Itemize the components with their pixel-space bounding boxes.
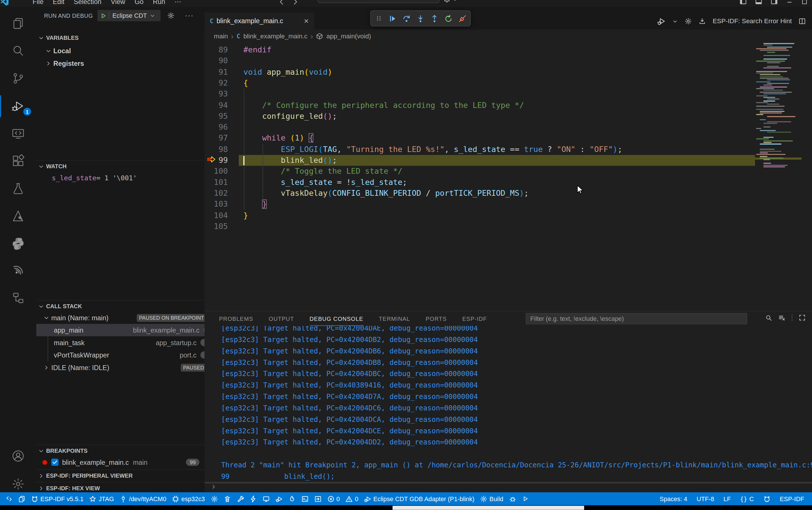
status-files[interactable] xyxy=(16,495,28,502)
esp-idf-hint[interactable]: ESP-IDF: Search Error Hint xyxy=(713,18,792,25)
activity-item-accounts[interactable] xyxy=(0,444,36,469)
watch-expression[interactable]: s_led_state = 1 '\001' xyxy=(36,171,205,184)
menu-selection[interactable]: Selection xyxy=(69,0,106,5)
menu-view[interactable]: View xyxy=(106,0,130,5)
split-editor-icon[interactable] xyxy=(799,18,806,25)
breadcrumb-item[interactable]: main xyxy=(214,33,228,40)
minimap[interactable] xyxy=(755,43,802,198)
activity-item-python[interactable] xyxy=(0,231,36,256)
section-header-watch[interactable]: WATCH xyxy=(36,160,205,172)
go-forward-icon[interactable] xyxy=(292,0,299,5)
layout-sidebar-left-icon[interactable] xyxy=(740,0,747,5)
more-actions-icon[interactable]: ··· xyxy=(185,11,193,20)
activity-item-remote-explorer[interactable] xyxy=(0,121,36,146)
menu-file[interactable]: File xyxy=(28,0,48,5)
debug-run-icon[interactable] xyxy=(657,17,666,26)
activity-item-search[interactable] xyxy=(0,38,36,63)
section-header-variables[interactable]: VARIABLES xyxy=(36,32,205,44)
debug-console[interactable]: [esp32c3] Target halted, PC=0x42004DAE, … xyxy=(205,326,812,493)
activity-item-run-and-debug[interactable]: 1 xyxy=(0,94,36,119)
status-run[interactable] xyxy=(519,495,532,502)
restart-button[interactable] xyxy=(444,14,452,23)
status-esp-idf-version[interactable]: ESP-IDF v5.5.1 xyxy=(29,495,86,502)
breakpoint-checkbox[interactable] xyxy=(51,458,58,465)
menu-edit[interactable]: Edit xyxy=(48,0,69,5)
activity-item-extensions[interactable] xyxy=(0,149,36,174)
breadcrumb-item[interactable]: app_main(void) xyxy=(326,33,371,40)
status-bolt[interactable] xyxy=(247,495,259,502)
activity-item-explorer[interactable] xyxy=(0,11,36,36)
thread-idle[interactable]: IDLE (Name: IDLE)PAUSED xyxy=(36,361,205,373)
activity-item-testing[interactable] xyxy=(0,176,36,201)
disconnect-button[interactable] xyxy=(458,14,466,23)
activity-item-esp-idf-explorer[interactable] xyxy=(0,258,36,283)
panel-tab-terminal[interactable]: TERMINAL xyxy=(379,311,410,326)
tab-blink-example-main[interactable]: C blink_example_main.c xyxy=(205,12,314,29)
section-header-esp-idf-peripheral-viewer[interactable]: ESP-IDF: PERIPHERAL VIEWER xyxy=(36,470,205,481)
step-over-button[interactable] xyxy=(402,14,411,23)
panel-tab-esp-idf[interactable]: ESP-IDF xyxy=(462,311,487,326)
status-remote[interactable] xyxy=(3,495,15,502)
status-language[interactable]: {}C xyxy=(738,495,756,502)
maximize-icon[interactable] xyxy=(801,0,808,5)
status-device-target[interactable]: esp32c3 xyxy=(169,495,207,502)
layout-panel-icon[interactable] xyxy=(755,0,762,5)
status-gdb-adapter[interactable]: Eclipse CDT GDB Adapter (P1-blink) xyxy=(362,495,477,502)
status-jtag[interactable]: JTAG xyxy=(87,495,117,502)
status-encoding[interactable]: UTF-8 xyxy=(694,495,717,502)
editor-gear-icon[interactable] xyxy=(685,18,692,25)
breakpoint-item[interactable]: blink_example_main.cmain99 xyxy=(36,456,205,468)
tree-item-local[interactable]: Local xyxy=(36,45,205,57)
status-gear[interactable] xyxy=(208,495,220,502)
activity-item-cmake[interactable] xyxy=(0,204,36,229)
status-bug[interactable] xyxy=(506,495,518,502)
stack-frame-vPortTaskWrapper[interactable]: vPortTaskWrapperport.c255 xyxy=(36,349,205,361)
status-eol[interactable]: LF xyxy=(721,495,733,502)
clear-console-icon[interactable] xyxy=(778,314,785,321)
start-debug-icon[interactable] xyxy=(100,12,107,19)
code-editor[interactable]: 89#endif9091void app_main(void)92{9394 /… xyxy=(205,43,755,311)
status-esp-idf[interactable]: ESP-IDF xyxy=(777,495,807,502)
activity-item-hierarchy[interactable] xyxy=(0,286,36,311)
console-input-prompt-icon[interactable] xyxy=(211,484,216,490)
status-wrench[interactable] xyxy=(234,495,246,502)
notification-icon[interactable] xyxy=(443,0,450,3)
debug-settings-gear-icon[interactable] xyxy=(167,12,175,19)
console-filter-input[interactable] xyxy=(526,313,747,324)
breadcrumb[interactable]: main›Cblink_example_main.c›app_main(void… xyxy=(205,29,812,43)
status-warnings[interactable]: 0 xyxy=(343,495,361,502)
layout-sidebar-right-icon[interactable] xyxy=(771,0,778,5)
menu-run[interactable]: Run xyxy=(148,0,170,5)
panel-tab-output[interactable]: OUTPUT xyxy=(269,311,294,326)
panel-tab-problems[interactable]: PROBLEMS xyxy=(219,311,253,326)
minimize-icon[interactable] xyxy=(786,0,793,5)
status-serial-port[interactable]: /dev/ttyACM0 xyxy=(117,495,169,502)
maximize-panel-icon[interactable] xyxy=(799,314,806,321)
step-into-button[interactable] xyxy=(416,14,424,23)
menu-x[interactable]: ⋯ xyxy=(170,0,186,5)
go-back-icon[interactable] xyxy=(277,0,285,5)
thread-main[interactable]: main (Name: main)PAUSED ON BREAKPOINT xyxy=(36,311,205,324)
activity-item-source-control[interactable] xyxy=(0,66,36,91)
panel-tab-debug-console[interactable]: DEBUG CONSOLE xyxy=(309,311,363,326)
status-launch[interactable] xyxy=(311,495,324,502)
status-octocat[interactable] xyxy=(760,495,773,502)
breadcrumb-item[interactable]: blink_example_main.c xyxy=(243,33,307,40)
console-scrollbar[interactable] xyxy=(205,482,812,483)
step-out-button[interactable] xyxy=(430,14,439,23)
status-monitor[interactable] xyxy=(260,495,272,502)
console-search-icon[interactable] xyxy=(765,314,772,321)
status-trash[interactable] xyxy=(221,495,233,502)
notification-button[interactable] xyxy=(443,0,458,3)
panel-tab-ports[interactable]: PORTS xyxy=(426,311,447,326)
section-header-breakpoints[interactable]: BREAKPOINTS xyxy=(36,445,205,456)
menu-go[interactable]: Go xyxy=(130,0,148,5)
status-terminal[interactable] xyxy=(299,495,311,502)
section-header-call-stack[interactable]: CALL STACK xyxy=(36,300,205,312)
tree-item-registers[interactable]: Registers xyxy=(36,57,205,69)
launch-config-dropdown[interactable]: Eclipse CDT xyxy=(97,10,160,21)
status-errors[interactable]: 0 xyxy=(324,495,342,502)
command-center[interactable]: P1-blink xyxy=(318,0,440,3)
status-flame[interactable] xyxy=(286,495,298,502)
close-icon[interactable] xyxy=(303,18,310,25)
